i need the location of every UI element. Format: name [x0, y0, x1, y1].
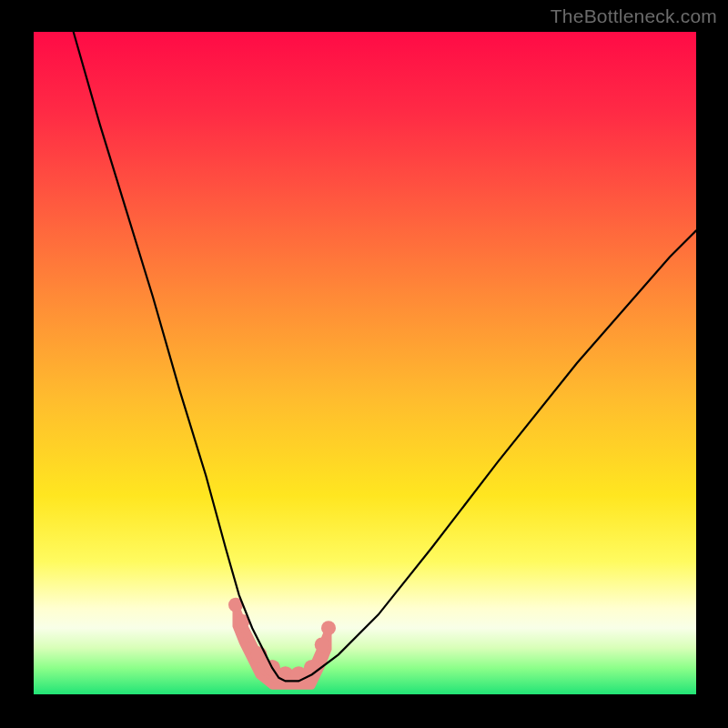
chart-frame: TheBottleneck.com — [0, 0, 728, 728]
bottleneck-curve — [74, 32, 696, 681]
chart-svg — [34, 32, 696, 694]
marker-bead — [321, 621, 336, 635]
plot-area — [34, 32, 696, 694]
marker-bead — [315, 637, 329, 652]
watermark-text: TheBottleneck.com — [551, 5, 717, 27]
